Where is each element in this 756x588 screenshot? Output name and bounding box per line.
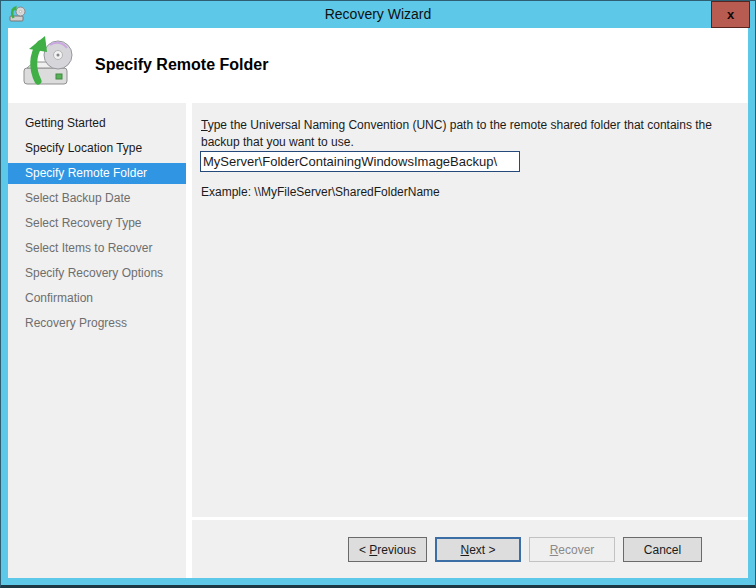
titlebar: Recovery Wizard x [1,1,755,28]
next-button[interactable]: Next > [435,537,521,562]
backup-drive-icon [21,35,79,95]
sidebar-item-specify-recovery-options: Specify Recovery Options [8,263,186,284]
cancel-button[interactable]: Cancel [623,537,702,562]
wizard-button-row: < Previous Next > Recover Cancel [348,537,702,562]
content-frame: Specify Remote Folder Getting Started Sp… [8,28,748,578]
unc-path-input[interactable] [200,151,520,172]
sidebar-item-confirmation: Confirmation [8,288,186,309]
recover-button[interactable]: Recover [529,537,615,562]
sidebar-item-select-recovery-type: Select Recovery Type [8,213,186,234]
instruction-text: Type the Universal Naming Convention (UN… [201,117,741,151]
wizard-header: Specify Remote Folder [8,28,748,103]
previous-button[interactable]: < Previous [348,537,427,562]
sidebar-item-getting-started: Getting Started [8,113,186,134]
sidebar-item-select-items-to-recover: Select Items to Recover [8,238,186,259]
sidebar-item-specify-location-type: Specify Location Type [8,138,186,159]
window-title: Recovery Wizard [1,1,755,28]
footer-separator [192,517,748,520]
page-title: Specify Remote Folder [95,56,268,74]
example-text: Example: \\MyFileServer\SharedFolderName [201,185,440,199]
sidebar-item-recovery-progress: Recovery Progress [8,313,186,334]
sidebar-item-select-backup-date: Select Backup Date [8,188,186,209]
recovery-wizard-window: Recovery Wizard x Specify Remote Folde [0,0,756,588]
wizard-steps: Getting Started Specify Location Type Sp… [8,103,186,578]
main-pane: Type the Universal Naming Convention (UN… [192,103,748,578]
sidebar-item-specify-remote-folder: Specify Remote Folder [8,163,186,184]
close-button[interactable]: x [711,1,750,28]
